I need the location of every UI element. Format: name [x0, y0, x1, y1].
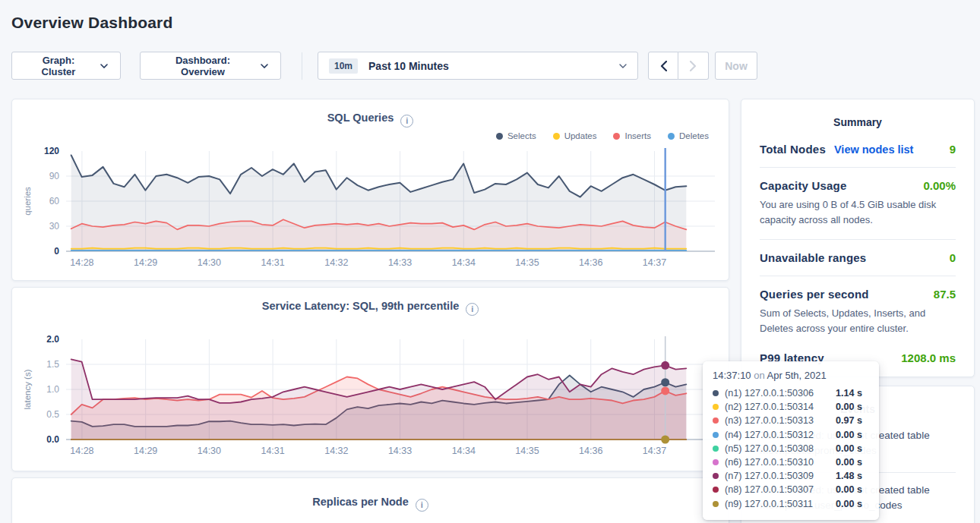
- svg-text:90: 90: [49, 171, 60, 181]
- svg-text:14:35: 14:35: [515, 257, 539, 268]
- tooltip-time: 14:37:10: [713, 370, 751, 381]
- svg-text:2.0: 2.0: [46, 334, 59, 345]
- tooltip-node-label: (n3) 127.0.0.1:50313: [725, 415, 836, 426]
- chart-title: SQL Queries: [327, 112, 394, 124]
- summary-panel: Summary Total NodesView nodes list9Capac…: [741, 99, 975, 377]
- crosshair-dot: [661, 378, 669, 386]
- chevron-left-icon: [660, 61, 667, 71]
- crosshair-dot: [661, 361, 669, 369]
- legend-label: Deletes: [679, 131, 709, 140]
- time-prev-button[interactable]: [648, 52, 678, 80]
- chart-card-sql-queries: SQL Queriesi SelectsUpdatesInsertsDelete…: [11, 99, 729, 281]
- svg-text:14:36: 14:36: [579, 257, 602, 268]
- svg-text:0.0: 0.0: [46, 434, 59, 445]
- tooltip-node-label: (n5) 127.0.0.1:50308: [725, 443, 836, 454]
- node-color-dot: [713, 432, 719, 438]
- chevron-down-icon: [100, 64, 108, 68]
- sql-queries-plot[interactable]: 030609012014:2814:2914:3014:3114:3214:33…: [19, 145, 722, 273]
- legend-dot-icon: [553, 133, 560, 140]
- svg-text:60: 60: [49, 196, 60, 206]
- summary-label: Total Nodes: [760, 143, 826, 156]
- tooltip-node-value: 0.00 s: [836, 443, 862, 454]
- chart-title: Replicas per Node: [312, 496, 409, 508]
- tooltip-node-value: 1.14 s: [836, 388, 862, 399]
- node-color-dot: [713, 390, 719, 396]
- svg-text:queries: queries: [23, 186, 32, 215]
- summary-description: Sum of Selects, Updates, Inserts, and De…: [760, 306, 956, 336]
- svg-text:1.5: 1.5: [46, 359, 59, 370]
- summary-label: Queries per second: [760, 288, 869, 301]
- svg-text:14:29: 14:29: [134, 446, 157, 456]
- svg-text:14:33: 14:33: [388, 257, 412, 268]
- svg-text:14:28: 14:28: [70, 257, 93, 268]
- time-step-buttons: [648, 52, 709, 80]
- toolbar-divider: [302, 52, 302, 80]
- svg-text:14:31: 14:31: [261, 446, 284, 456]
- now-button[interactable]: Now: [715, 52, 757, 80]
- svg-text:14:37: 14:37: [643, 257, 666, 268]
- tooltip-node-value: 0.00 s: [836, 484, 862, 495]
- legend-item-inserts[interactable]: Inserts: [613, 131, 651, 140]
- tooltip-node-label: (n4) 127.0.0.1:50312: [725, 430, 836, 440]
- dashboard-dropdown[interactable]: Dashboard: Overview: [140, 52, 281, 80]
- svg-text:14:36: 14:36: [579, 446, 602, 456]
- chart-legend: [12, 512, 729, 523]
- time-range-label: Past 10 Minutes: [368, 60, 449, 72]
- service-latency-plot[interactable]: 0.00.51.01.52.014:2814:2914:3014:3114:32…: [19, 333, 722, 461]
- svg-text:latency (s): latency (s): [23, 369, 32, 409]
- svg-text:0.5: 0.5: [46, 409, 59, 420]
- chevron-down-icon: [619, 64, 627, 68]
- node-color-dot: [713, 473, 719, 479]
- legend-item-updates[interactable]: Updates: [553, 131, 597, 140]
- svg-text:30: 30: [49, 221, 60, 232]
- chart-card-service-latency: Service Latency: SQL, 99th percentilei 0…: [11, 287, 729, 471]
- legend-item-selects[interactable]: Selects: [496, 131, 536, 140]
- chart-card-replicas-per-node: Replicas per Nodei: [11, 477, 729, 523]
- info-icon[interactable]: i: [416, 499, 428, 512]
- summary-description: You are using 0 B of 4.5 GiB usable disk…: [760, 197, 956, 228]
- summary-rows: Total NodesView nodes list9Capacity Usag…: [760, 131, 956, 364]
- node-color-dot: [713, 446, 719, 452]
- legend-label: Inserts: [624, 131, 651, 140]
- graph-dropdown[interactable]: Graph: Cluster: [11, 52, 121, 80]
- summary-value: 0.00%: [923, 179, 956, 192]
- legend-item-deletes[interactable]: Deletes: [668, 131, 709, 140]
- crosshair-dot: [661, 435, 669, 443]
- tooltip-date: Apr 5th, 2021: [767, 370, 827, 381]
- view-nodes-list-link[interactable]: View nodes list: [834, 143, 914, 156]
- svg-text:14:33: 14:33: [388, 446, 412, 456]
- time-next-button[interactable]: [678, 52, 709, 80]
- svg-text:0: 0: [54, 246, 59, 257]
- summary-row: P99 latency1208.0 ms: [760, 340, 956, 364]
- tooltip-node-value: 0.00 s: [836, 457, 862, 468]
- svg-text:14:31: 14:31: [261, 257, 284, 268]
- tooltip-node-label: (n6) 127.0.0.1:50310: [725, 457, 836, 468]
- chart-header: Replicas per Nodei: [12, 478, 729, 512]
- summary-row: Total NodesView nodes list9: [760, 131, 956, 156]
- node-color-dot: [713, 459, 719, 465]
- node-color-dot: [713, 487, 719, 493]
- summary-value: 0: [950, 251, 956, 264]
- tooltip-rows: (n1) 127.0.0.1:503061.14 s(n2) 127.0.0.1…: [713, 386, 869, 511]
- tooltip-preposition: on: [754, 370, 764, 381]
- legend-dot-icon: [496, 133, 503, 140]
- tooltip-node-value: 0.00 s: [836, 430, 862, 440]
- node-color-dot: [713, 417, 719, 424]
- tooltip-node-value: 0.00 s: [836, 499, 862, 509]
- summary-value: 9: [950, 143, 956, 156]
- summary-value: 87.5: [934, 288, 956, 301]
- legend-dot-icon: [613, 133, 620, 140]
- overview-dashboard-page: Overview Dashboard Graph: Cluster Dashbo…: [0, 0, 980, 523]
- svg-text:14:32: 14:32: [324, 257, 348, 268]
- tooltip-node-value: 0.00 s: [836, 402, 862, 412]
- info-icon[interactable]: i: [400, 115, 413, 128]
- legend-label: Selects: [507, 131, 536, 140]
- node-color-dot: [713, 501, 719, 507]
- time-range-selector[interactable]: 10m Past 10 Minutes: [318, 52, 638, 80]
- graph-dropdown-label: Graph: Cluster: [24, 55, 93, 77]
- svg-text:14:34: 14:34: [452, 446, 476, 456]
- info-icon[interactable]: i: [466, 303, 479, 316]
- tooltip-row: (n9) 127.0.0.1:503110.00 s: [713, 497, 869, 511]
- tooltip-row: (n2) 127.0.0.1:503140.00 s: [713, 400, 869, 414]
- chart-legend: SelectsUpdatesInsertsDeletes: [12, 128, 729, 145]
